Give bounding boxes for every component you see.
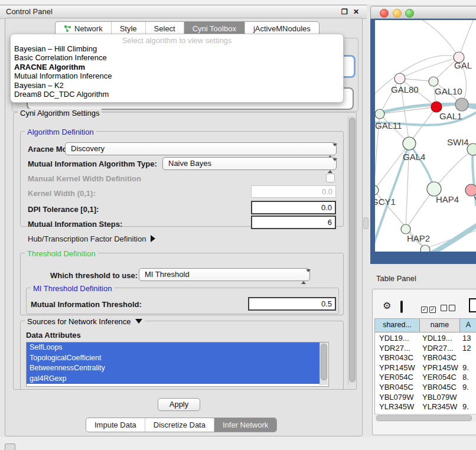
float-panel-icon[interactable]: ❐ [341, 8, 348, 16]
attribute-gal4rgexp[interactable]: gal4RGexp [27, 374, 320, 384]
table-cell: YBR043C [375, 353, 420, 363]
column-header-name[interactable]: name [420, 319, 460, 332]
network-edge[interactable] [410, 20, 459, 57]
attribute-betweennesscentrality[interactable]: BetweennessCentrality [27, 363, 320, 374]
cyni-settings-title: Cyni Algorithm Settings [18, 109, 102, 118]
table-row[interactable]: YBR045CYBR045C9. [375, 383, 476, 393]
attribute-selfloops[interactable]: SelfLoops [27, 343, 320, 353]
node-hap2[interactable] [401, 224, 410, 234]
node-gal4[interactable] [403, 137, 416, 150]
table-row[interactable]: YER054CYER054C8. [375, 373, 476, 383]
node-gcy1[interactable] [375, 185, 379, 195]
network-window-titlebar[interactable] [370, 6, 476, 19]
table-cell [460, 393, 476, 403]
hub-section-toggle[interactable]: Hub/Transcription Factor Definition [28, 234, 155, 243]
tab-label: jActiveMNodules [253, 24, 311, 33]
table-row[interactable]: YBL079WYBL079W [375, 393, 476, 403]
network-edge[interactable] [434, 149, 473, 189]
stepper-icon [328, 145, 332, 157]
table-h-scrollbar[interactable] [374, 414, 476, 422]
tab-label: Impute Data [94, 420, 136, 429]
settings-scrollbar-thumb[interactable] [349, 118, 356, 382]
node-gal80-label: GAL80 [391, 84, 419, 94]
which-threshold-value: MI Threshold [145, 270, 190, 279]
algorithm-option-bayesian-k2[interactable]: Bayesian – K2 [14, 81, 340, 90]
tab-infer-network[interactable]: Infer Network [214, 418, 276, 432]
data-attributes-list[interactable]: SelfLoopsTopologicalCoefficientBetweenne… [26, 342, 329, 387]
network-edge[interactable] [375, 144, 409, 190]
node-gal80[interactable] [395, 73, 405, 84]
deselect-all-icon[interactable] [441, 303, 455, 314]
manual-kernel-checkbox[interactable] [326, 174, 335, 182]
apply-button[interactable]: Apply [158, 398, 200, 411]
column-header-a[interactable]: A [460, 319, 476, 332]
algorithm-option-aracne-algorithm[interactable]: ARACNE Algorithm [14, 63, 340, 71]
node-bottom[interactable] [420, 245, 430, 252]
table-cell: 13 [460, 334, 476, 344]
mi-steps-input[interactable]: 6 [251, 216, 336, 229]
cyni-mode-tabbar: Impute DataDiscretize DataInfer Network [86, 418, 277, 432]
table-row[interactable]: YBR043CYBR043C [375, 353, 476, 363]
aracne-mode-value: Discovery [71, 144, 105, 153]
mi-threshold-group-title: MI Threshold Definition [31, 284, 114, 293]
network-edge[interactable] [409, 144, 434, 189]
table-cell: YBR045C [375, 383, 420, 393]
split-columns-icon[interactable] [400, 301, 403, 313]
network-edge[interactable] [459, 20, 475, 57]
attribute-topologicalcoefficient[interactable]: TopologicalCoefficient [27, 353, 320, 364]
table-row[interactable]: YPR145WYPR145W9. [375, 363, 476, 373]
tab-label: Style [120, 24, 137, 33]
kernel-width-input[interactable]: 0.0 [251, 185, 336, 198]
algorithm-option-bayesian-hill-climbing[interactable]: Bayesian – Hill Climbing [14, 44, 340, 53]
algorithm-option-basic-correlation-inference[interactable]: Basic Correlation Inference [14, 53, 340, 62]
network-canvas[interactable]: GALGAL80GAL10GAL1GAL11GAL4SWI4GCY1HAP4YH… [375, 20, 476, 252]
algorithm-option-dream8-dc-tdc-algorithm[interactable]: Dream8 DC_TDC Algorithm [14, 90, 340, 99]
select-all-icon[interactable]: ✓✓ [421, 303, 436, 314]
table-cell: YBL079W [420, 393, 460, 403]
table-row[interactable]: YDL19...YDL19...13 [375, 334, 476, 344]
close-window-icon[interactable] [380, 9, 389, 18]
attributes-scrollbar[interactable] [319, 343, 328, 385]
tab-label: Network [74, 24, 103, 33]
gear-icon[interactable]: ⚙ [383, 301, 391, 311]
threshold-definition-title: Threshold Definition [25, 249, 98, 258]
dpi-tolerance-input[interactable]: 0.0 [251, 201, 336, 214]
table-cell: YER054C [420, 373, 460, 383]
node-gal4-label: GAL4 [403, 152, 425, 162]
label-gal-clipped-label: GAL [454, 60, 472, 70]
close-panel-icon[interactable]: ✕ [353, 8, 359, 16]
aracne-mode-select[interactable]: Discovery [65, 142, 337, 155]
tab-impute-data[interactable]: Impute Data [86, 418, 145, 432]
network-graph: GALGAL80GAL10GAL1GAL11GAL4SWI4GCY1HAP4YH… [375, 20, 476, 252]
file-icon[interactable] [469, 298, 476, 312]
node-gal1-label: GAL1 [439, 111, 462, 121]
zoom-window-icon[interactable] [405, 9, 414, 18]
attributes-scrollbar-thumb[interactable] [321, 344, 327, 380]
node-gal11[interactable] [375, 109, 384, 119]
node-gray[interactable] [455, 98, 468, 111]
column-header-shared-[interactable]: shared... [375, 319, 420, 332]
table-row[interactable]: YLR345WYLR345W9. [375, 402, 476, 412]
sources-title[interactable]: Sources for Network Inference [25, 317, 145, 326]
collapse-arrow-icon [135, 319, 142, 324]
node-hap2-label: HAP2 [407, 233, 430, 243]
algorithm-option-mutual-information-inference[interactable]: Mutual Information Inference [14, 71, 340, 80]
table-row[interactable]: YDR27...YDR27...12 [375, 344, 476, 354]
table-cell: 9. [460, 363, 476, 373]
node-gal10[interactable] [429, 77, 438, 86]
network-edge[interactable] [426, 226, 476, 252]
node-pink-right-label: Y [474, 194, 476, 204]
mi-threshold-input[interactable]: 0.5 [248, 297, 336, 311]
which-threshold-select[interactable]: MI Threshold [139, 268, 310, 281]
node-hap4-label: HAP4 [436, 194, 459, 204]
settings-scrollbar[interactable] [348, 116, 356, 385]
minimize-window-icon[interactable] [393, 9, 402, 18]
panel-splitter-handle[interactable] [363, 217, 369, 229]
bottom-strip [0, 437, 476, 450]
table-cell: YLR345W [375, 402, 420, 412]
tab-discretize-data[interactable]: Discretize Data [145, 418, 214, 432]
table-body: YDL19...YDL19...13YDR27...YDR27...12YBR0… [375, 332, 476, 416]
minimized-panel-icon[interactable] [5, 444, 15, 450]
table-h-scrollbar-thumb[interactable] [376, 415, 472, 421]
mi-type-select[interactable]: Naive Bayes [162, 157, 337, 170]
